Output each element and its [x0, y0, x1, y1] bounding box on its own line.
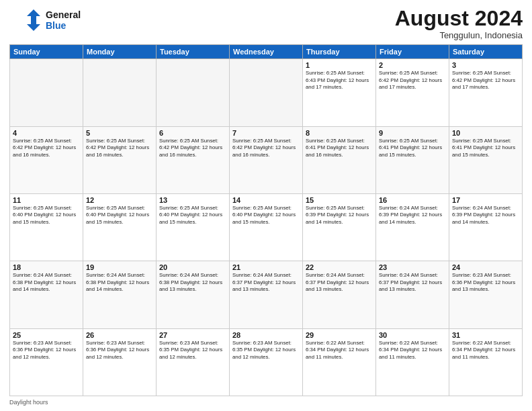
day-number: 7 [232, 129, 300, 137]
calendar-cell: 11Sunrise: 6:25 AM Sunset: 6:40 PM Dayli… [10, 193, 83, 261]
calendar-cell: 9Sunrise: 6:25 AM Sunset: 6:41 PM Daylig… [376, 126, 449, 193]
day-info: Sunrise: 6:23 AM Sunset: 6:36 PM Dayligh… [13, 340, 80, 361]
day-number: 26 [86, 331, 153, 339]
calendar-week-2: 4Sunrise: 6:25 AM Sunset: 6:42 PM Daylig… [10, 126, 523, 193]
calendar-cell: 15Sunrise: 6:25 AM Sunset: 6:39 PM Dayli… [303, 193, 376, 261]
col-header-tuesday: Tuesday [157, 45, 230, 59]
day-number: 4 [13, 129, 80, 137]
calendar-cell: 4Sunrise: 6:25 AM Sunset: 6:42 PM Daylig… [10, 126, 83, 193]
day-info: Sunrise: 6:25 AM Sunset: 6:41 PM Dayligh… [452, 138, 519, 159]
day-number: 2 [379, 61, 446, 69]
day-number: 8 [306, 129, 373, 137]
calendar-cell: 8Sunrise: 6:25 AM Sunset: 6:41 PM Daylig… [303, 126, 376, 193]
calendar-cell: 24Sunrise: 6:23 AM Sunset: 6:36 PM Dayli… [449, 261, 523, 328]
day-info: Sunrise: 6:25 AM Sunset: 6:42 PM Dayligh… [379, 70, 446, 91]
day-number: 5 [86, 129, 153, 137]
day-info: Sunrise: 6:25 AM Sunset: 6:41 PM Dayligh… [379, 138, 446, 159]
calendar-cell: 18Sunrise: 6:24 AM Sunset: 6:38 PM Dayli… [10, 261, 83, 328]
col-header-sunday: Sunday [10, 45, 83, 59]
logo-blue: Blue [46, 20, 81, 31]
day-info: Sunrise: 6:24 AM Sunset: 6:39 PM Dayligh… [379, 205, 446, 226]
calendar-cell: 2Sunrise: 6:25 AM Sunset: 6:42 PM Daylig… [376, 59, 449, 126]
calendar-cell: 1Sunrise: 6:25 AM Sunset: 6:43 PM Daylig… [303, 59, 376, 126]
calendar-cell: 30Sunrise: 6:22 AM Sunset: 6:34 PM Dayli… [376, 328, 449, 396]
calendar-cell: 6Sunrise: 6:25 AM Sunset: 6:42 PM Daylig… [157, 126, 230, 193]
calendar-cell: 21Sunrise: 6:24 AM Sunset: 6:37 PM Dayli… [230, 261, 303, 328]
day-number: 30 [379, 331, 446, 339]
day-info: Sunrise: 6:25 AM Sunset: 6:42 PM Dayligh… [159, 138, 226, 159]
day-number: 3 [452, 61, 519, 69]
day-info: Sunrise: 6:22 AM Sunset: 6:34 PM Dayligh… [379, 340, 446, 361]
month-year: August 2024 [395, 7, 523, 30]
day-info: Sunrise: 6:24 AM Sunset: 6:37 PM Dayligh… [232, 272, 300, 293]
calendar-week-3: 11Sunrise: 6:25 AM Sunset: 6:40 PM Dayli… [10, 193, 523, 261]
day-info: Sunrise: 6:24 AM Sunset: 6:37 PM Dayligh… [306, 272, 373, 293]
calendar-cell: 7Sunrise: 6:25 AM Sunset: 6:42 PM Daylig… [230, 126, 303, 193]
calendar-cell: 20Sunrise: 6:24 AM Sunset: 6:38 PM Dayli… [157, 261, 230, 328]
calendar-cell [10, 59, 83, 126]
day-info: Sunrise: 6:23 AM Sunset: 6:35 PM Dayligh… [232, 340, 300, 361]
calendar-cell: 10Sunrise: 6:25 AM Sunset: 6:41 PM Dayli… [449, 126, 523, 193]
calendar-table: SundayMondayTuesdayWednesdayThursdayFrid… [9, 44, 523, 396]
day-info: Sunrise: 6:25 AM Sunset: 6:40 PM Dayligh… [232, 205, 300, 226]
logo: GeneralBlue [9, 7, 81, 34]
col-header-thursday: Thursday [303, 45, 376, 59]
day-number: 22 [306, 263, 373, 271]
day-number: 16 [379, 196, 446, 204]
day-info: Sunrise: 6:25 AM Sunset: 6:43 PM Dayligh… [306, 70, 373, 91]
calendar-cell: 31Sunrise: 6:22 AM Sunset: 6:34 PM Dayli… [449, 328, 523, 396]
page: GeneralBlue August 2024 Tenggulun, Indon… [0, 0, 532, 411]
day-number: 29 [306, 331, 373, 339]
day-number: 6 [159, 129, 226, 137]
day-number: 25 [13, 331, 80, 339]
day-info: Sunrise: 6:24 AM Sunset: 6:38 PM Dayligh… [13, 272, 80, 293]
logo-svg [9, 7, 43, 34]
day-number: 1 [306, 61, 373, 69]
col-header-friday: Friday [376, 45, 449, 59]
day-number: 20 [159, 263, 226, 271]
calendar-cell: 5Sunrise: 6:25 AM Sunset: 6:42 PM Daylig… [83, 126, 157, 193]
calendar-cell [230, 59, 303, 126]
svg-marker-0 [27, 9, 40, 31]
day-info: Sunrise: 6:23 AM Sunset: 6:36 PM Dayligh… [452, 272, 519, 293]
col-header-monday: Monday [83, 45, 157, 59]
day-info: Sunrise: 6:25 AM Sunset: 6:42 PM Dayligh… [86, 138, 153, 159]
calendar-cell: 28Sunrise: 6:23 AM Sunset: 6:35 PM Dayli… [230, 328, 303, 396]
day-number: 12 [86, 196, 153, 204]
day-number: 18 [13, 263, 80, 271]
day-info: Sunrise: 6:24 AM Sunset: 6:39 PM Dayligh… [452, 205, 519, 226]
day-info: Sunrise: 6:25 AM Sunset: 6:41 PM Dayligh… [306, 138, 373, 159]
day-info: Sunrise: 6:24 AM Sunset: 6:37 PM Dayligh… [379, 272, 446, 293]
title-block: August 2024 Tenggulun, Indonesia [395, 7, 523, 40]
calendar-cell: 19Sunrise: 6:24 AM Sunset: 6:38 PM Dayli… [83, 261, 157, 328]
day-number: 23 [379, 263, 446, 271]
calendar-week-1: 1Sunrise: 6:25 AM Sunset: 6:43 PM Daylig… [10, 59, 523, 126]
calendar-week-4: 18Sunrise: 6:24 AM Sunset: 6:38 PM Dayli… [10, 261, 523, 328]
day-number: 21 [232, 263, 300, 271]
calendar-week-5: 25Sunrise: 6:23 AM Sunset: 6:36 PM Dayli… [10, 328, 523, 396]
footer: Daylight hours [9, 399, 523, 406]
day-info: Sunrise: 6:23 AM Sunset: 6:36 PM Dayligh… [86, 340, 153, 361]
calendar-cell: 12Sunrise: 6:25 AM Sunset: 6:40 PM Dayli… [83, 193, 157, 261]
calendar-cell: 25Sunrise: 6:23 AM Sunset: 6:36 PM Dayli… [10, 328, 83, 396]
day-info: Sunrise: 6:25 AM Sunset: 6:40 PM Dayligh… [86, 205, 153, 226]
calendar-cell: 14Sunrise: 6:25 AM Sunset: 6:40 PM Dayli… [230, 193, 303, 261]
day-number: 15 [306, 196, 373, 204]
day-info: Sunrise: 6:25 AM Sunset: 6:42 PM Dayligh… [452, 70, 519, 91]
logo-text-container: GeneralBlue [46, 9, 81, 31]
day-info: Sunrise: 6:25 AM Sunset: 6:42 PM Dayligh… [13, 138, 80, 159]
calendar-cell: 13Sunrise: 6:25 AM Sunset: 6:40 PM Dayli… [157, 193, 230, 261]
col-header-saturday: Saturday [449, 45, 523, 59]
day-number: 27 [159, 331, 226, 339]
calendar-cell: 3Sunrise: 6:25 AM Sunset: 6:42 PM Daylig… [449, 59, 523, 126]
day-info: Sunrise: 6:25 AM Sunset: 6:40 PM Dayligh… [159, 205, 226, 226]
day-info: Sunrise: 6:24 AM Sunset: 6:38 PM Dayligh… [86, 272, 153, 293]
logo-general: General [46, 9, 81, 20]
day-info: Sunrise: 6:23 AM Sunset: 6:35 PM Dayligh… [159, 340, 226, 361]
col-header-wednesday: Wednesday [230, 45, 303, 59]
day-number: 9 [379, 129, 446, 137]
day-info: Sunrise: 6:22 AM Sunset: 6:34 PM Dayligh… [452, 340, 519, 361]
day-number: 14 [232, 196, 300, 204]
day-number: 11 [13, 196, 80, 204]
calendar-cell [83, 59, 157, 126]
